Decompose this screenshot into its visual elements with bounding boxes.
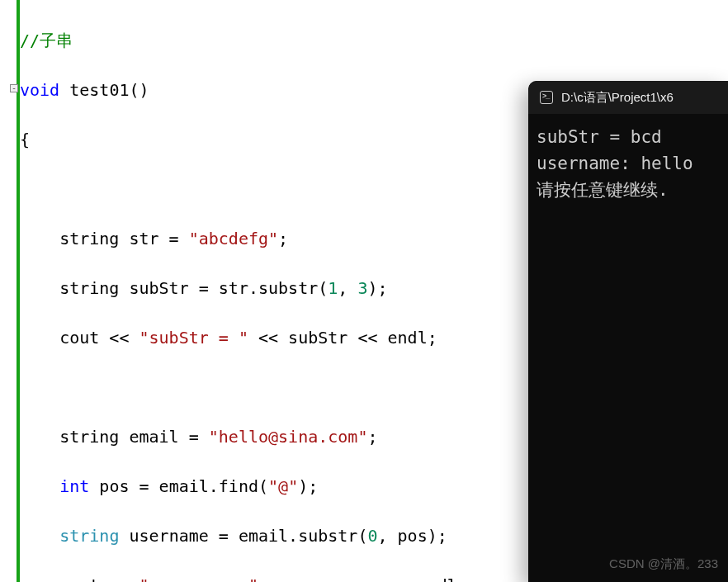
code-text: cout << <box>20 575 139 582</box>
code-text <box>20 526 59 546</box>
console-output[interactable]: subStr = bcd username: hello 请按任意键继续. <box>528 114 728 213</box>
code-line: //子串 <box>20 28 728 53</box>
string-literal: "subStr = " <box>139 328 248 348</box>
code-text: << subStr << endl; <box>248 328 437 348</box>
code-text: ); <box>298 476 318 496</box>
func-name: test01() <box>59 80 149 100</box>
output-line: subStr = bcd <box>537 127 662 147</box>
code-text: , <box>338 278 357 298</box>
watermark: CSDN @清酒。233 <box>609 556 718 572</box>
code-text: ; <box>278 229 288 248</box>
code-text: , pos); <box>378 526 447 546</box>
string-literal: "hello@sina.com" <box>209 427 368 447</box>
code-text: string email = <box>20 427 209 447</box>
keyword: void <box>20 80 59 100</box>
fold-icon[interactable]: - <box>10 84 18 92</box>
number-literal: 1 <box>328 278 338 298</box>
code-text: ); <box>367 278 387 298</box>
code-text: << username << endl; <box>258 575 467 582</box>
code-text: cout << <box>20 328 139 348</box>
console-titlebar[interactable]: D:\c语言\Project1\x6 <box>528 81 728 114</box>
number-literal: 3 <box>357 278 367 298</box>
comment-text: //子串 <box>20 31 73 50</box>
brace: { <box>20 130 30 149</box>
type: string <box>59 526 119 546</box>
terminal-icon <box>540 91 553 104</box>
code-text: string str = <box>20 229 189 248</box>
output-line: 请按任意键继续. <box>537 180 669 200</box>
console-window: D:\c语言\Project1\x6 subStr = bcd username… <box>528 81 728 582</box>
code-text <box>20 476 59 496</box>
keyword: int <box>59 476 89 496</box>
string-literal: "abcdefg" <box>189 229 278 248</box>
code-text: pos = email.find( <box>89 476 268 496</box>
console-title: D:\c语言\Project1\x6 <box>561 90 674 106</box>
code-text: string subStr = str.substr( <box>20 278 328 298</box>
output-line: username: hello <box>537 154 693 173</box>
string-literal: "username: " <box>139 575 259 582</box>
code-text: ; <box>367 427 377 447</box>
number-literal: 0 <box>367 526 377 546</box>
string-literal: "@" <box>268 476 298 496</box>
code-text: username = email.substr( <box>119 526 367 546</box>
